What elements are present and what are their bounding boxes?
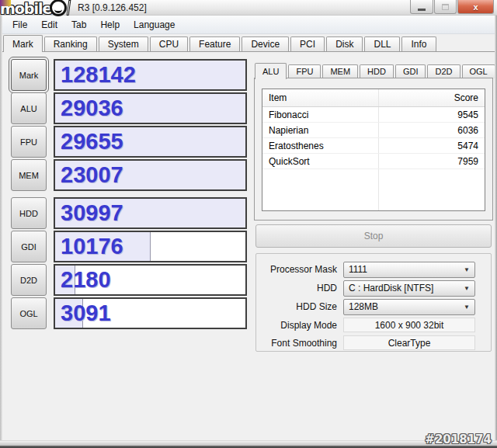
menu-item[interactable]: Tab [64, 17, 93, 33]
detail-tab[interactable]: ALU [255, 63, 287, 79]
main-tab-strip: MarkRankingSystemCPUFeatureDevicePCIDisk… [2, 35, 495, 52]
item-cell: Napierian [262, 125, 378, 136]
setting-label: HDD [259, 283, 343, 293]
main-tab[interactable]: Device [242, 36, 289, 51]
minimize-icon [418, 9, 426, 11]
window-title: R3 [0.9.126.452] [78, 2, 147, 13]
main-tab[interactable]: Mark [3, 35, 43, 52]
column-header-score: Score [378, 92, 485, 103]
benchmark-run-button[interactable]: FPU [11, 126, 47, 158]
table-row: QuickSort 7959 [262, 154, 485, 169]
menu-item[interactable]: Help [93, 17, 127, 33]
setting-control[interactable]: 128MB ▼ [343, 299, 475, 315]
detail-tab[interactable]: FPU [288, 64, 321, 78]
score-value: 128142 [61, 61, 136, 87]
detail-tab[interactable]: D2D [427, 64, 460, 78]
setting-row: Display Mode 1600 x 900 32bit ▼ [259, 317, 486, 333]
score-box: 30997 [54, 197, 247, 229]
main-tab[interactable]: PCI [290, 36, 325, 51]
menu-item[interactable]: Language [127, 17, 182, 33]
setting-row: Processor Mask 1111 ▼ [259, 261, 486, 278]
score-box: 23007 [54, 159, 247, 191]
score-value: 29036 [61, 95, 123, 120]
score-value: 3091 [61, 300, 111, 325]
setting-control[interactable]: C : HardDisk [NTFS] ▼ [343, 280, 475, 297]
main-tab[interactable]: System [99, 36, 148, 51]
score-cell: 5474 [378, 141, 485, 151]
window-border-left [0, 16, 2, 446]
table-row: Fibonacci 9545 [262, 107, 485, 123]
detail-tab[interactable]: OGL [462, 64, 495, 78]
item-cell: Eratosthenes [262, 141, 378, 151]
menu-bar: FileEditTabHelpLanguage [2, 16, 495, 34]
main-tab[interactable]: Feature [189, 36, 240, 51]
setting-control[interactable]: 1111 ▼ [343, 262, 475, 278]
setting-row: HDD C : HardDisk [NTFS] ▼ [259, 280, 486, 297]
main-tab[interactable]: Disk [326, 36, 363, 51]
item-cell: QuickSort [262, 156, 378, 167]
main-tab[interactable]: Ranking [44, 36, 97, 51]
table-row: Napierian 6036 [262, 123, 485, 138]
benchmark-list: Mark 128142 ALU 29036 FPU 29655 [11, 59, 247, 331]
dropdown-arrow-icon[interactable]: ▼ [464, 285, 470, 292]
settings-groupbox: Processor Mask 1111 ▼ HDD C : HardDisk [… [255, 253, 492, 352]
detail-tab[interactable]: MEM [322, 64, 358, 78]
setting-label: HDD Size [259, 301, 343, 312]
result-table: Item Score Fibonacci 9545 Napierian 6036 [262, 89, 485, 211]
benchmark-run-button[interactable]: HDD [11, 197, 47, 229]
main-tab[interactable]: DLL [364, 36, 400, 51]
setting-row: HDD Size 128MB ▼ [259, 298, 486, 315]
minimize-button[interactable] [410, 0, 433, 14]
column-header-item: Item [262, 92, 378, 103]
score-box: 29036 [54, 92, 247, 124]
detail-tab[interactable]: GDI [395, 64, 426, 78]
dropdown-arrow-icon[interactable]: ▼ [464, 304, 470, 311]
table-row: Eratosthenes 5474 [262, 138, 485, 154]
menu-item[interactable]: File [5, 17, 34, 33]
benchmark-row: Mark 128142 [11, 59, 247, 91]
close-button[interactable]: x [457, 0, 494, 14]
logo-emblem-icon [50, 0, 67, 16]
benchmark-row: GDI 10176 [11, 231, 247, 262]
benchmark-run-button[interactable]: D2D [11, 264, 47, 296]
detail-tab[interactable]: HDD [360, 64, 394, 78]
benchmark-row: MEM 23007 [11, 159, 247, 191]
window-border-bottom [0, 440, 497, 446]
score-value: 23007 [61, 161, 123, 187]
main-tab[interactable]: CPU [150, 36, 188, 51]
column-separator [378, 89, 379, 106]
setting-control[interactable]: ClearType ▼ [343, 335, 475, 350]
app-window: R3 [0.9.126.452] x FileEditTabHelpLangua… [0, 0, 497, 448]
detail-tab-strip: ALUFPUMEMHDDGDID2DOGL [254, 62, 493, 78]
dropdown-arrow-icon[interactable]: ▼ [464, 266, 470, 273]
score-box: 2180 [54, 264, 247, 296]
score-cell: 9545 [378, 109, 485, 120]
score-box: 10176 [54, 231, 247, 262]
benchmark-run-button[interactable]: Mark [11, 59, 47, 91]
benchmark-row: D2D 2180 [11, 264, 247, 296]
setting-row: Font Smoothing ClearType ▼ [259, 335, 486, 351]
stop-button[interactable]: Stop [255, 224, 492, 248]
score-value: 2180 [61, 266, 111, 292]
benchmark-row: ALU 29036 [11, 92, 247, 124]
benchmark-run-button[interactable]: MEM [11, 159, 47, 191]
setting-value: 1600 x 900 32bit [375, 320, 444, 331]
table-body: Fibonacci 9545 Napierian 6036 Eratosthen… [262, 107, 485, 211]
score-value: 10176 [61, 233, 123, 259]
benchmark-run-button[interactable]: GDI [11, 231, 47, 262]
title-bar: R3 [0.9.126.452] x [0, 0, 497, 16]
benchmark-run-button[interactable]: ALU [11, 92, 47, 124]
score-value: 30997 [61, 200, 123, 225]
setting-value: 1111 [349, 264, 367, 275]
post-id-watermark: #2018174 [425, 432, 492, 446]
benchmark-run-button[interactable]: OGL [11, 297, 47, 329]
setting-control[interactable]: 1600 x 900 32bit ▼ [343, 318, 475, 332]
score-box: 29655 [54, 126, 247, 158]
mobile01-watermark-logo: mobile [0, 0, 70, 17]
window-controls: x [409, 0, 494, 14]
main-tab[interactable]: Info [401, 36, 436, 51]
detail-panel: Item Score Fibonacci 9545 Napierian 6036 [254, 78, 493, 221]
setting-label: Display Mode [259, 320, 343, 331]
maximize-button[interactable] [434, 0, 457, 14]
menu-item[interactable]: Edit [34, 17, 64, 33]
